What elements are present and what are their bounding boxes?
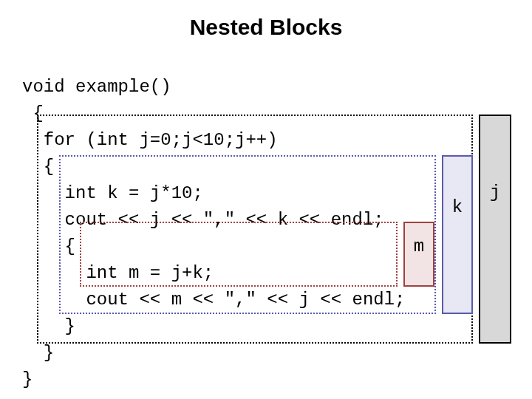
var-box-j: j xyxy=(479,115,511,344)
var-box-k: k xyxy=(442,155,473,314)
code-line: } xyxy=(22,343,54,363)
slide-title: Nested Blocks xyxy=(22,15,510,40)
scope-box-m xyxy=(80,222,398,287)
code-line: void example() xyxy=(22,77,171,97)
code-line: } xyxy=(22,369,33,389)
var-box-m: m xyxy=(403,222,434,287)
